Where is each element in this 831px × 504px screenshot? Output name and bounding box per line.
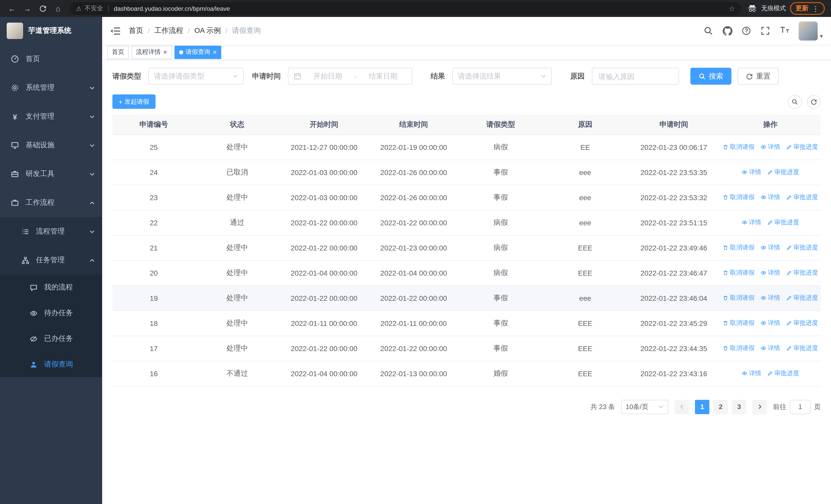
approval-progress-link[interactable]: 审批进度 xyxy=(767,369,799,378)
page-size-select[interactable]: 10条/页 xyxy=(621,399,668,414)
breadcrumb-item[interactable]: 首页 xyxy=(129,26,143,35)
active-dot xyxy=(179,50,183,54)
next-page-button[interactable] xyxy=(752,399,767,414)
sidebar-item-home[interactable]: 首页 xyxy=(0,45,102,73)
cancel-leave-link[interactable]: 取消请假 xyxy=(723,243,754,252)
refresh-table-icon[interactable] xyxy=(807,95,821,109)
table-row[interactable]: 19 处理中 2022-01-22 00:00:00 2022-01-22 00… xyxy=(112,285,821,310)
sidebar-item-pending-tasks[interactable]: 待办任务 xyxy=(0,300,102,326)
sidebar-item-payment[interactable]: ¥ 支付管理 xyxy=(0,102,102,131)
filter-label: 申请时间 xyxy=(252,71,281,81)
search-button[interactable]: 搜索 xyxy=(690,68,732,85)
user-menu[interactable]: ▾ xyxy=(799,21,823,40)
sidebar-item-system[interactable]: 系统管理 xyxy=(0,73,102,102)
breadcrumb-item[interactable]: OA 示例 xyxy=(195,26,221,35)
bookmark-star-icon[interactable]: ☆ xyxy=(728,4,735,12)
browser-update-button[interactable]: 更新 ⋮ xyxy=(790,2,825,15)
address-bar[interactable]: ⚠ 不安全 dashboard.yudao.iocoder.cn/bpm/oa/… xyxy=(70,2,741,15)
table-row[interactable]: 16 不通过 2022-01-04 00:00:00 2022-01-13 00… xyxy=(112,361,821,386)
approval-progress-link[interactable]: 审批进度 xyxy=(786,143,818,151)
approval-progress-label: 审批进度 xyxy=(775,369,799,378)
prev-page-button[interactable] xyxy=(675,399,689,414)
detail-link[interactable]: 详情 xyxy=(761,243,780,252)
cancel-leave-link[interactable]: 取消请假 xyxy=(723,143,754,151)
font-size-icon[interactable] xyxy=(780,26,789,35)
detail-link[interactable]: 详情 xyxy=(761,319,780,327)
leave-type-select[interactable]: 请选择请假类型 xyxy=(148,68,244,85)
table-row[interactable]: 24 已取消 2022-01-03 00:00:00 2022-01-26 00… xyxy=(112,159,821,185)
search-icon[interactable] xyxy=(704,26,713,35)
detail-link[interactable]: 详情 xyxy=(742,218,761,227)
table-row[interactable]: 23 处理中 2022-01-03 00:00:00 2022-01-26 00… xyxy=(112,185,821,210)
approval-progress-link[interactable]: 审批进度 xyxy=(786,243,818,252)
sidebar-item-leave-query[interactable]: 请假查询 xyxy=(0,352,102,377)
github-icon[interactable] xyxy=(723,26,732,35)
approval-progress-link[interactable]: 审批进度 xyxy=(786,319,818,327)
detail-link[interactable]: 详情 xyxy=(761,268,780,277)
page-number-button[interactable]: 1 xyxy=(695,399,709,414)
browser-forward-icon[interactable]: → xyxy=(21,2,34,15)
browser-reload-icon[interactable] xyxy=(36,2,49,15)
breadcrumb-item[interactable]: 工作流程 xyxy=(154,26,183,35)
sidebar-item-process-management[interactable]: 流程管理 xyxy=(0,217,102,246)
approval-progress-link[interactable]: 审批进度 xyxy=(767,168,799,177)
sidebar-collapse-icon[interactable] xyxy=(110,26,121,35)
cancel-leave-link[interactable]: 取消请假 xyxy=(723,344,754,353)
table-row[interactable]: 22 通过 2022-01-22 00:00:00 2022-01-22 00:… xyxy=(112,210,821,235)
detail-link[interactable]: 详情 xyxy=(761,143,780,151)
approval-progress-link[interactable]: 审批进度 xyxy=(786,294,818,302)
approval-progress-link[interactable]: 审批进度 xyxy=(786,268,818,277)
detail-link[interactable]: 详情 xyxy=(742,369,761,378)
table-row[interactable]: 18 处理中 2022-01-11 00:00:00 2022-01-11 00… xyxy=(112,310,821,336)
security-label[interactable]: 不安全 xyxy=(85,4,103,13)
approval-progress-link[interactable]: 审批进度 xyxy=(786,193,818,202)
goto-prefix: 前往 xyxy=(773,402,786,411)
cancel-leave-link[interactable]: 取消请假 xyxy=(723,268,754,277)
cancel-leave-link[interactable]: 取消请假 xyxy=(723,294,754,302)
approval-progress-link[interactable]: 审批进度 xyxy=(786,344,818,353)
result-select[interactable]: 请选择流结果 xyxy=(452,68,552,85)
table-row[interactable]: 17 处理中 2022-01-22 00:00:00 2022-01-22 00… xyxy=(112,336,821,361)
cell-apply-time: 2022-01-23 00:06:17 xyxy=(628,135,720,159)
reason-input[interactable] xyxy=(599,72,672,80)
cancel-leave-link[interactable]: 取消请假 xyxy=(723,193,754,202)
goto-page-input[interactable] xyxy=(790,399,810,414)
detail-link[interactable]: 详情 xyxy=(761,344,780,353)
browser-back-icon[interactable]: ← xyxy=(5,2,19,15)
page-number-button[interactable]: 2 xyxy=(713,399,728,414)
table-row[interactable]: 20 处理中 2022-01-04 00:00:00 2022-01-04 00… xyxy=(112,260,821,285)
browser-home-icon[interactable]: ⌂ xyxy=(51,2,65,15)
start-date-input[interactable]: 开始日期 xyxy=(305,71,351,81)
end-date-input[interactable]: 结束日期 xyxy=(360,71,406,81)
sidebar-item-task-management[interactable]: 任务管理 xyxy=(0,246,102,274)
detail-link[interactable]: 详情 xyxy=(761,294,780,302)
detail-link[interactable]: 详情 xyxy=(742,168,761,177)
tab[interactable]: 流程详情 × xyxy=(132,46,172,59)
tab-close-icon[interactable]: × xyxy=(163,49,167,55)
tab-close-icon[interactable]: × xyxy=(213,49,217,55)
approval-progress-link[interactable]: 审批进度 xyxy=(767,218,799,227)
page-number-button[interactable]: 3 xyxy=(732,399,746,414)
tab[interactable]: 首页 xyxy=(107,46,129,59)
cell-apply-time: 2022-01-22 23:53:32 xyxy=(628,185,720,210)
date-range-picker[interactable]: 开始日期 - 结束日期 xyxy=(288,68,412,85)
cancel-leave-link[interactable]: 取消请假 xyxy=(723,319,754,327)
not-secure-warning-icon: ⚠ xyxy=(76,5,82,12)
page-url[interactable]: dashboard.yudao.iocoder.cn/bpm/oa/leave xyxy=(114,5,725,12)
fullscreen-icon[interactable] xyxy=(761,26,770,35)
create-leave-button[interactable]: + 发起请假 xyxy=(112,94,155,109)
sidebar-item-my-processes[interactable]: 我的流程 xyxy=(0,274,102,300)
table-row[interactable]: 21 处理中 2022-01-22 00:00:00 2022-01-23 00… xyxy=(112,235,821,260)
sidebar-item-devtools[interactable]: 研发工具 xyxy=(0,159,102,188)
tab[interactable]: 请假查询 × xyxy=(174,46,221,59)
toggle-search-icon[interactable] xyxy=(788,95,802,109)
reset-button[interactable]: 重置 xyxy=(738,68,779,85)
sidebar-item-workflow[interactable]: 工作流程 xyxy=(0,188,102,217)
table-row[interactable]: 25 处理中 2021-12-27 00:00:00 2022-01-19 00… xyxy=(112,135,821,159)
browser-menu-icon[interactable]: ⋮ xyxy=(812,4,819,12)
detail-link[interactable]: 详情 xyxy=(761,193,780,202)
sidebar-item-infrastructure[interactable]: 基础设施 xyxy=(0,131,102,159)
help-icon[interactable] xyxy=(742,26,751,35)
app-logo[interactable]: 芋道管理系统 xyxy=(0,17,102,45)
sidebar-item-done-tasks[interactable]: 已办任务 xyxy=(0,326,102,352)
